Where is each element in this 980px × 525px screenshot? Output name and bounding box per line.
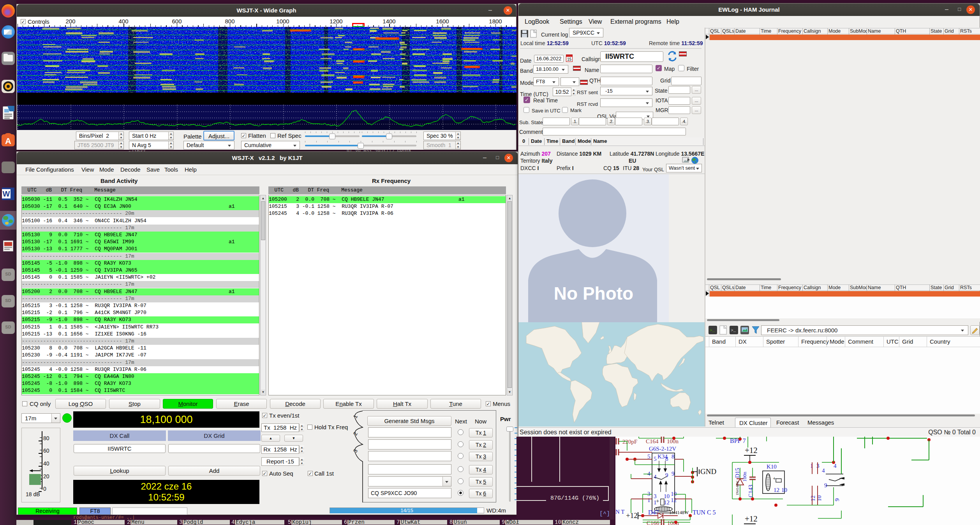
svg-text:1: 1 [647, 497, 650, 503]
svg-text:9: 9 [824, 482, 827, 488]
svg-text:No Photo: No Photo [554, 283, 633, 304]
svg-text:+12: +12 [626, 511, 638, 520]
svg-text:1N4148W: 1N4148W [669, 510, 689, 515]
svg-text:>_: >_ [710, 328, 715, 333]
svg-text:8: 8 [672, 453, 675, 460]
svg-text:9: 9 [834, 499, 840, 502]
svg-text:K10: K10 [767, 464, 777, 470]
svg-text:9: 9 [672, 471, 675, 477]
svg-text:10: 10 [816, 495, 822, 501]
svg-text:12: 12 [671, 497, 677, 503]
svg-text:D47: D47 [648, 509, 659, 516]
svg-text:4: 4 [647, 471, 650, 477]
svg-text:3: 3 [647, 491, 650, 497]
svg-text:220pF: 220pF [622, 439, 637, 445]
svg-text:C164: C164 [646, 438, 659, 444]
svg-text:1: 1 [810, 463, 813, 469]
svg-text:12: 12 [664, 499, 670, 506]
svg-text:+: + [656, 498, 659, 504]
svg-text:4: 4 [822, 467, 825, 474]
svg-text:4: 4 [654, 474, 657, 480]
svg-text:5: 5 [647, 453, 650, 460]
svg-text:G6S-2-12V: G6S-2-12V [649, 446, 676, 452]
svg-text:GND: GND [700, 467, 716, 476]
svg-text:TUN C 5: TUN C 5 [693, 509, 716, 516]
svg-text:10: 10 [781, 487, 787, 493]
svg-text:12: 12 [810, 495, 816, 501]
svg-text:+12: +12 [745, 514, 758, 523]
svg-text:+12: +12 [745, 446, 758, 455]
svg-text:1N4148W: 1N4148W [735, 481, 739, 495]
svg-text:9: 9 [665, 472, 668, 478]
svg-text:100n: 100n [742, 472, 747, 482]
svg-text:+: + [773, 476, 776, 481]
svg-text:10: 10 [664, 493, 670, 499]
svg-text:C143: C143 [747, 485, 754, 497]
svg-text:12: 12 [774, 487, 779, 493]
svg-text:D15: D15 [734, 468, 740, 478]
svg-text:10: 10 [671, 491, 677, 497]
svg-text:5: 5 [654, 456, 657, 462]
svg-text:8: 8 [665, 456, 668, 462]
svg-text:N T: N T [615, 509, 624, 515]
svg-text:>_: >_ [731, 328, 736, 333]
